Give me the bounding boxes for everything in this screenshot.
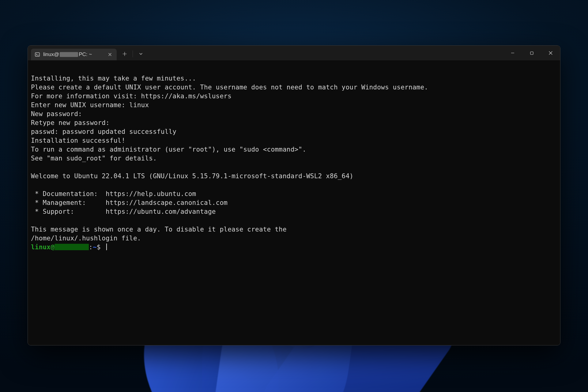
- maximize-button[interactable]: [522, 46, 541, 60]
- titlebar[interactable]: linux@PC: ~: [28, 46, 560, 60]
- output-line: Welcome to Ubuntu 22.04.1 LTS (GNU/Linux…: [31, 172, 353, 180]
- output-line: Please create a default UNIX user accoun…: [31, 84, 428, 91]
- tab-dropdown-button[interactable]: [135, 48, 147, 60]
- svg-rect-0: [35, 53, 40, 56]
- tab-title-prefix: linux@: [43, 51, 59, 58]
- new-tab-button[interactable]: [119, 48, 131, 60]
- prompt-dollar: $: [97, 243, 101, 251]
- output-line: Enter new UNIX username: linux: [31, 101, 149, 109]
- prompt-user: linux@: [31, 243, 55, 251]
- output-line: * Management: https://landscape.canonica…: [31, 199, 228, 206]
- close-window-button[interactable]: [541, 46, 560, 60]
- output-line: /home/linux/.hushlogin file.: [31, 235, 141, 242]
- tab-title-hostname-redacted: [60, 52, 78, 57]
- tabs-region: linux@PC: ~: [28, 46, 117, 60]
- output-line: To run a command as administrator (user …: [31, 146, 306, 153]
- terminal-body[interactable]: Installing, this may take a few minutes.…: [28, 60, 560, 345]
- prompt-hostname-redacted: [55, 244, 89, 250]
- output-line: This message is shown once a day. To dis…: [31, 226, 287, 233]
- tab-close-button[interactable]: [106, 51, 114, 58]
- cursor: [106, 243, 107, 250]
- svg-rect-1: [530, 52, 533, 55]
- tab-active[interactable]: linux@PC: ~: [31, 49, 117, 60]
- terminal-profile-icon: [35, 52, 40, 57]
- output-line: * Documentation: https://help.ubuntu.com: [31, 190, 196, 198]
- output-line: See "man sudo_root" for details.: [31, 155, 157, 162]
- output-line: New password:: [31, 110, 82, 118]
- tab-title-suffix: PC: ~: [79, 51, 92, 58]
- prompt-line: linux@:~$: [31, 243, 107, 251]
- titlebar-drag-region[interactable]: [147, 46, 503, 60]
- output-line: Installation successful!: [31, 137, 125, 144]
- tabbar-divider: [133, 51, 133, 57]
- output-line: * Support: https://ubuntu.com/advantage: [31, 208, 216, 215]
- output-line: passwd: password updated successfully: [31, 128, 176, 135]
- output-line: Retype new password:: [31, 119, 110, 126]
- minimize-button[interactable]: [503, 46, 522, 60]
- output-line: Installing, this may take a few minutes.…: [31, 75, 196, 82]
- prompt-path: ~: [93, 243, 97, 251]
- window-controls: [503, 46, 560, 60]
- output-line: For more information visit: https://aka.…: [31, 92, 232, 100]
- tab-title: linux@PC: ~: [43, 51, 103, 58]
- windows-terminal-window: linux@PC: ~: [28, 45, 560, 345]
- tabbar-controls: [117, 46, 147, 60]
